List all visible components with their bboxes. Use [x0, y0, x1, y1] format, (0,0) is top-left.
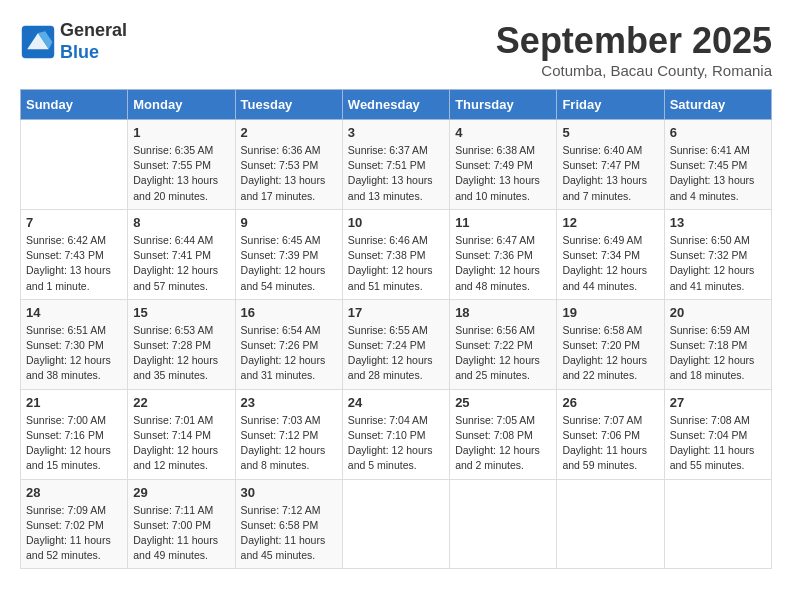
week-row-2: 7Sunrise: 6:42 AM Sunset: 7:43 PM Daylig… — [21, 209, 772, 299]
week-row-5: 28Sunrise: 7:09 AM Sunset: 7:02 PM Dayli… — [21, 479, 772, 569]
day-number: 15 — [133, 305, 229, 320]
day-info: Sunrise: 6:54 AM Sunset: 7:26 PM Dayligh… — [241, 323, 337, 384]
day-number: 10 — [348, 215, 444, 230]
logo-icon — [20, 24, 56, 60]
logo-general-text: General — [60, 20, 127, 42]
day-info: Sunrise: 6:49 AM Sunset: 7:34 PM Dayligh… — [562, 233, 658, 294]
calendar-cell: 9Sunrise: 6:45 AM Sunset: 7:39 PM Daylig… — [235, 209, 342, 299]
day-number: 17 — [348, 305, 444, 320]
day-number: 25 — [455, 395, 551, 410]
calendar-cell: 6Sunrise: 6:41 AM Sunset: 7:45 PM Daylig… — [664, 120, 771, 210]
day-number: 6 — [670, 125, 766, 140]
day-info: Sunrise: 6:41 AM Sunset: 7:45 PM Dayligh… — [670, 143, 766, 204]
title-block: September 2025 Cotumba, Bacau County, Ro… — [496, 20, 772, 79]
day-info: Sunrise: 7:07 AM Sunset: 7:06 PM Dayligh… — [562, 413, 658, 474]
weekday-header-saturday: Saturday — [664, 90, 771, 120]
weekday-header-tuesday: Tuesday — [235, 90, 342, 120]
day-info: Sunrise: 6:38 AM Sunset: 7:49 PM Dayligh… — [455, 143, 551, 204]
day-number: 11 — [455, 215, 551, 230]
weekday-header-friday: Friday — [557, 90, 664, 120]
calendar-cell: 11Sunrise: 6:47 AM Sunset: 7:36 PM Dayli… — [450, 209, 557, 299]
weekday-header-row: SundayMondayTuesdayWednesdayThursdayFrid… — [21, 90, 772, 120]
day-info: Sunrise: 6:46 AM Sunset: 7:38 PM Dayligh… — [348, 233, 444, 294]
day-info: Sunrise: 7:03 AM Sunset: 7:12 PM Dayligh… — [241, 413, 337, 474]
day-number: 23 — [241, 395, 337, 410]
calendar-cell: 30Sunrise: 7:12 AM Sunset: 6:58 PM Dayli… — [235, 479, 342, 569]
day-info: Sunrise: 6:45 AM Sunset: 7:39 PM Dayligh… — [241, 233, 337, 294]
day-number: 3 — [348, 125, 444, 140]
day-number: 20 — [670, 305, 766, 320]
calendar-cell: 23Sunrise: 7:03 AM Sunset: 7:12 PM Dayli… — [235, 389, 342, 479]
calendar-cell: 2Sunrise: 6:36 AM Sunset: 7:53 PM Daylig… — [235, 120, 342, 210]
calendar-cell: 24Sunrise: 7:04 AM Sunset: 7:10 PM Dayli… — [342, 389, 449, 479]
calendar-cell — [664, 479, 771, 569]
calendar-cell: 22Sunrise: 7:01 AM Sunset: 7:14 PM Dayli… — [128, 389, 235, 479]
calendar-cell: 10Sunrise: 6:46 AM Sunset: 7:38 PM Dayli… — [342, 209, 449, 299]
calendar-cell: 26Sunrise: 7:07 AM Sunset: 7:06 PM Dayli… — [557, 389, 664, 479]
day-info: Sunrise: 7:09 AM Sunset: 7:02 PM Dayligh… — [26, 503, 122, 564]
day-info: Sunrise: 6:36 AM Sunset: 7:53 PM Dayligh… — [241, 143, 337, 204]
calendar-cell: 1Sunrise: 6:35 AM Sunset: 7:55 PM Daylig… — [128, 120, 235, 210]
day-info: Sunrise: 6:42 AM Sunset: 7:43 PM Dayligh… — [26, 233, 122, 294]
day-number: 2 — [241, 125, 337, 140]
day-number: 26 — [562, 395, 658, 410]
day-number: 16 — [241, 305, 337, 320]
calendar-cell — [21, 120, 128, 210]
day-info: Sunrise: 6:44 AM Sunset: 7:41 PM Dayligh… — [133, 233, 229, 294]
weekday-header-monday: Monday — [128, 90, 235, 120]
day-info: Sunrise: 7:12 AM Sunset: 6:58 PM Dayligh… — [241, 503, 337, 564]
day-number: 5 — [562, 125, 658, 140]
calendar-cell: 5Sunrise: 6:40 AM Sunset: 7:47 PM Daylig… — [557, 120, 664, 210]
day-info: Sunrise: 6:55 AM Sunset: 7:24 PM Dayligh… — [348, 323, 444, 384]
day-number: 28 — [26, 485, 122, 500]
day-number: 1 — [133, 125, 229, 140]
calendar-cell: 27Sunrise: 7:08 AM Sunset: 7:04 PM Dayli… — [664, 389, 771, 479]
day-info: Sunrise: 6:53 AM Sunset: 7:28 PM Dayligh… — [133, 323, 229, 384]
day-number: 14 — [26, 305, 122, 320]
page-header: General Blue September 2025 Cotumba, Bac… — [20, 20, 772, 79]
calendar-cell — [450, 479, 557, 569]
day-number: 18 — [455, 305, 551, 320]
calendar-cell: 29Sunrise: 7:11 AM Sunset: 7:00 PM Dayli… — [128, 479, 235, 569]
location-subtitle: Cotumba, Bacau County, Romania — [496, 62, 772, 79]
calendar-cell — [557, 479, 664, 569]
calendar-cell: 16Sunrise: 6:54 AM Sunset: 7:26 PM Dayli… — [235, 299, 342, 389]
week-row-3: 14Sunrise: 6:51 AM Sunset: 7:30 PM Dayli… — [21, 299, 772, 389]
calendar-cell: 3Sunrise: 6:37 AM Sunset: 7:51 PM Daylig… — [342, 120, 449, 210]
day-number: 12 — [562, 215, 658, 230]
day-info: Sunrise: 7:04 AM Sunset: 7:10 PM Dayligh… — [348, 413, 444, 474]
calendar-cell: 7Sunrise: 6:42 AM Sunset: 7:43 PM Daylig… — [21, 209, 128, 299]
day-info: Sunrise: 6:59 AM Sunset: 7:18 PM Dayligh… — [670, 323, 766, 384]
calendar-cell: 19Sunrise: 6:58 AM Sunset: 7:20 PM Dayli… — [557, 299, 664, 389]
day-number: 29 — [133, 485, 229, 500]
day-info: Sunrise: 6:56 AM Sunset: 7:22 PM Dayligh… — [455, 323, 551, 384]
calendar-cell: 12Sunrise: 6:49 AM Sunset: 7:34 PM Dayli… — [557, 209, 664, 299]
calendar-cell: 20Sunrise: 6:59 AM Sunset: 7:18 PM Dayli… — [664, 299, 771, 389]
day-number: 27 — [670, 395, 766, 410]
day-number: 13 — [670, 215, 766, 230]
day-info: Sunrise: 6:51 AM Sunset: 7:30 PM Dayligh… — [26, 323, 122, 384]
calendar-cell: 4Sunrise: 6:38 AM Sunset: 7:49 PM Daylig… — [450, 120, 557, 210]
day-info: Sunrise: 6:58 AM Sunset: 7:20 PM Dayligh… — [562, 323, 658, 384]
day-info: Sunrise: 6:40 AM Sunset: 7:47 PM Dayligh… — [562, 143, 658, 204]
day-number: 19 — [562, 305, 658, 320]
calendar-cell: 17Sunrise: 6:55 AM Sunset: 7:24 PM Dayli… — [342, 299, 449, 389]
week-row-4: 21Sunrise: 7:00 AM Sunset: 7:16 PM Dayli… — [21, 389, 772, 479]
day-info: Sunrise: 6:50 AM Sunset: 7:32 PM Dayligh… — [670, 233, 766, 294]
day-info: Sunrise: 7:01 AM Sunset: 7:14 PM Dayligh… — [133, 413, 229, 474]
day-number: 22 — [133, 395, 229, 410]
day-number: 21 — [26, 395, 122, 410]
day-info: Sunrise: 6:37 AM Sunset: 7:51 PM Dayligh… — [348, 143, 444, 204]
month-title: September 2025 — [496, 20, 772, 62]
calendar-cell: 8Sunrise: 6:44 AM Sunset: 7:41 PM Daylig… — [128, 209, 235, 299]
logo: General Blue — [20, 20, 127, 63]
weekday-header-thursday: Thursday — [450, 90, 557, 120]
weekday-header-wednesday: Wednesday — [342, 90, 449, 120]
day-number: 9 — [241, 215, 337, 230]
day-number: 7 — [26, 215, 122, 230]
calendar-cell: 18Sunrise: 6:56 AM Sunset: 7:22 PM Dayli… — [450, 299, 557, 389]
day-number: 30 — [241, 485, 337, 500]
day-number: 24 — [348, 395, 444, 410]
logo-blue-text: Blue — [60, 42, 127, 64]
day-info: Sunrise: 7:08 AM Sunset: 7:04 PM Dayligh… — [670, 413, 766, 474]
